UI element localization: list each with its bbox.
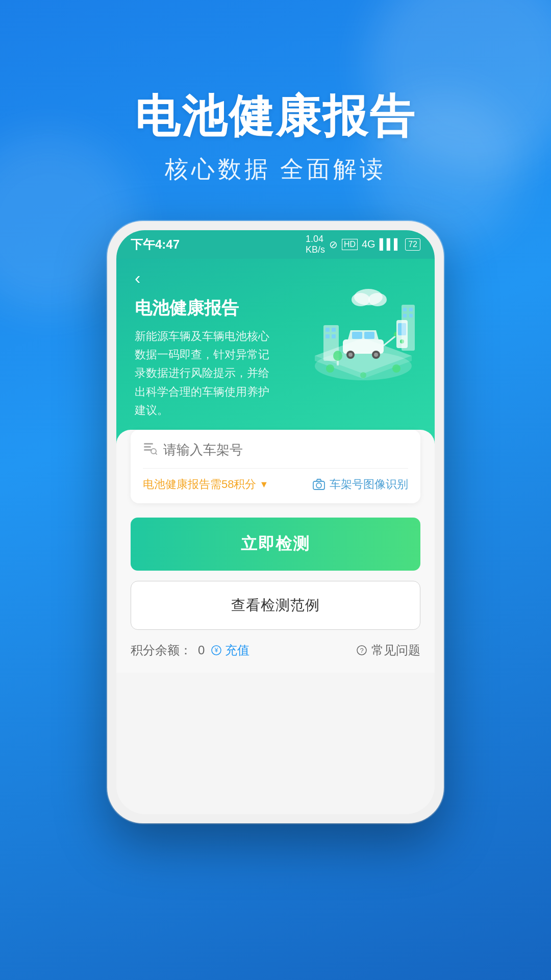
app-header-section: ‹ 电池健康报告 新能源车辆及车辆电池核心数据一码即查，针对异常记录数据进行风险… bbox=[116, 259, 435, 445]
search-icon bbox=[143, 441, 157, 459]
camera-recognition-button[interactable]: 车架号图像识别 bbox=[312, 477, 408, 492]
points-cost-label[interactable]: 电池健康报告需58积分 ▼ bbox=[143, 477, 268, 492]
svg-point-7 bbox=[374, 353, 378, 357]
detect-button[interactable]: 立即检测 bbox=[131, 518, 420, 571]
svg-point-28 bbox=[360, 372, 366, 378]
battery-icon: 72 bbox=[405, 238, 420, 251]
search-input-row bbox=[143, 441, 408, 469]
svg-text:¥: ¥ bbox=[214, 647, 218, 654]
signal-bars-icon: ▌▌▌ bbox=[380, 238, 402, 250]
status-icons: 1.04KB/s ⊘ HD 4G ▌▌▌ 72 bbox=[306, 234, 420, 255]
phone-frame: 下午4:47 1.04KB/s ⊘ HD 4G ▌▌▌ 72 ‹ 电池健康报告 … bbox=[107, 221, 444, 823]
data-speed: 1.04KB/s bbox=[306, 234, 325, 255]
svg-point-26 bbox=[326, 364, 334, 373]
status-time: 下午4:47 bbox=[131, 236, 180, 253]
camera-label: 车架号图像识别 bbox=[330, 477, 408, 492]
app-content: 电池健康报告需58积分 ▼ 车架号图像识别 bbox=[116, 430, 435, 673]
svg-rect-3 bbox=[364, 332, 374, 339]
svg-point-24 bbox=[352, 293, 370, 306]
vin-input[interactable] bbox=[163, 442, 408, 458]
dropdown-arrow-icon: ▼ bbox=[259, 479, 268, 490]
svg-point-37 bbox=[316, 483, 321, 488]
faq-label: 常见问题 bbox=[371, 642, 420, 658]
phone-mockup: 下午4:47 1.04KB/s ⊘ HD 4G ▌▌▌ 72 ‹ 电池健康报告 … bbox=[0, 221, 551, 823]
phone-screen: 下午4:47 1.04KB/s ⊘ HD 4G ▌▌▌ 72 ‹ 电池健康报告 … bbox=[116, 230, 435, 814]
camera-icon bbox=[312, 478, 325, 491]
svg-rect-14 bbox=[325, 328, 330, 332]
svg-text:?: ? bbox=[360, 647, 363, 654]
svg-point-25 bbox=[368, 293, 387, 306]
page-header: 电池健康报告 核心数据 全面解读 bbox=[0, 0, 551, 185]
svg-line-8 bbox=[384, 335, 396, 346]
svg-rect-2 bbox=[352, 332, 362, 339]
header-illustration bbox=[302, 279, 424, 391]
svg-rect-22 bbox=[409, 314, 413, 317]
signal-4g-icon: 4G bbox=[362, 238, 375, 250]
svg-rect-17 bbox=[332, 334, 336, 338]
svg-rect-18 bbox=[402, 305, 415, 351]
recharge-icon: ¥ bbox=[211, 645, 222, 656]
search-card: 电池健康报告需58积分 ▼ 车架号图像识别 bbox=[131, 430, 420, 503]
svg-rect-21 bbox=[403, 314, 407, 317]
svg-rect-19 bbox=[403, 308, 407, 311]
example-button[interactable]: 查看检测范例 bbox=[131, 581, 420, 630]
svg-point-27 bbox=[392, 364, 400, 373]
bottom-info: 积分余额： 0 ¥ 充值 ? bbox=[131, 630, 420, 658]
balance-section: 积分余额： 0 ¥ 充值 bbox=[131, 642, 249, 658]
recharge-button[interactable]: ¥ 充值 bbox=[211, 642, 249, 658]
wifi-icon: ⊘ bbox=[329, 238, 338, 251]
svg-line-35 bbox=[156, 453, 157, 455]
faq-button[interactable]: ? 常见问题 bbox=[356, 642, 420, 658]
svg-rect-32 bbox=[144, 446, 151, 448]
svg-rect-15 bbox=[332, 328, 336, 332]
balance-value: 0 bbox=[198, 643, 205, 657]
faq-icon: ? bbox=[356, 645, 367, 656]
svg-point-30 bbox=[333, 351, 342, 361]
status-bar: 下午4:47 1.04KB/s ⊘ HD 4G ▌▌▌ 72 bbox=[116, 230, 435, 259]
balance-label: 积分余额： bbox=[131, 642, 192, 658]
page-title: 电池健康报告 bbox=[0, 92, 551, 141]
hd-icon: HD bbox=[342, 239, 358, 250]
svg-point-5 bbox=[348, 353, 353, 357]
points-row: 电池健康报告需58积分 ▼ 车架号图像识别 bbox=[143, 469, 408, 492]
svg-rect-20 bbox=[409, 308, 413, 311]
svg-rect-16 bbox=[325, 334, 330, 338]
app-description: 新能源车辆及车辆电池核心数据一码即查，针对异常记录数据进行风险提示，并给出科学合… bbox=[135, 327, 278, 420]
svg-rect-31 bbox=[144, 443, 153, 445]
back-button[interactable]: ‹ bbox=[135, 269, 140, 286]
page-subtitle: 核心数据 全面解读 bbox=[0, 154, 551, 185]
